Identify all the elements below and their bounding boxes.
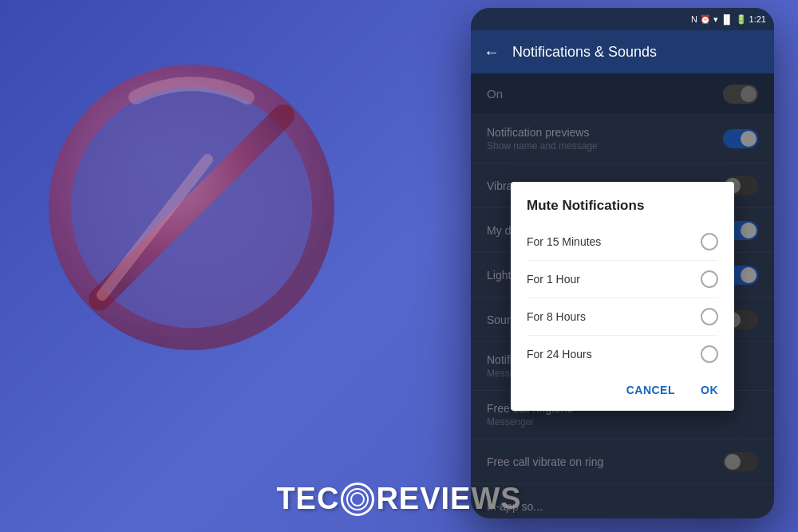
radio-circle[interactable] <box>701 270 718 288</box>
radio-option-15min[interactable]: For 15 Minutes <box>527 223 718 261</box>
battery-icon: 🔋 <box>736 14 747 25</box>
radio-label: For 8 Hours <box>527 310 586 323</box>
status-bar: N ⏰ ▾ ▐▌ 🔋 1:21 <box>471 8 774 30</box>
alarm-icon: ⏰ <box>700 14 711 25</box>
back-button[interactable]: ← <box>484 43 500 61</box>
radio-option-8hr[interactable]: For 8 Hours <box>527 298 718 336</box>
dialog-title: Mute Notifications <box>511 182 734 223</box>
watermark-logo-icon <box>341 483 374 516</box>
watermark-prefix: TEC <box>276 482 339 516</box>
ban-icon <box>48 64 335 351</box>
radio-option-24hr[interactable]: For 24 Hours <box>527 336 718 372</box>
radio-option-1hr[interactable]: For 1 Hour <box>527 261 718 298</box>
radio-label: For 24 Hours <box>527 348 592 361</box>
radio-label: For 15 Minutes <box>527 235 601 248</box>
wifi-icon: ▾ <box>713 14 718 25</box>
phone: N ⏰ ▾ ▐▌ 🔋 1:21 ← Notifications & Sounds… <box>471 8 774 518</box>
status-icons: N ⏰ ▾ ▐▌ 🔋 1:21 <box>691 14 766 25</box>
nfc-icon: N <box>691 14 697 24</box>
radio-circle[interactable] <box>701 233 718 250</box>
time: 1:21 <box>749 14 766 24</box>
mute-notifications-dialog: Mute Notifications For 15 Minutes For 1 … <box>511 182 734 411</box>
radio-circle[interactable] <box>701 345 718 363</box>
nav-bar: ← Notifications & Sounds <box>471 30 774 73</box>
dialog-options: For 15 Minutes For 1 Hour For 8 Hours Fo… <box>511 223 734 372</box>
signal-icon: ▐▌ <box>721 14 733 24</box>
page-title: Notifications & Sounds <box>512 44 761 61</box>
radio-label: For 1 Hour <box>527 273 580 286</box>
dialog-backdrop: Mute Notifications For 15 Minutes For 1 … <box>471 73 774 518</box>
content-area: On Notification previews Show name and m… <box>471 73 774 518</box>
radio-circle[interactable] <box>701 308 718 325</box>
cancel-button[interactable]: CANCEL <box>620 379 681 401</box>
ok-button[interactable]: OK <box>694 379 725 401</box>
dialog-actions: CANCEL OK <box>511 372 734 411</box>
